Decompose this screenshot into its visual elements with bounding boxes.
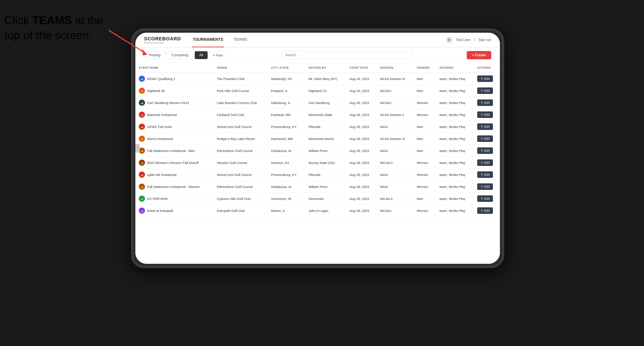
settings-icon[interactable]: ⚙ xyxy=(446,37,452,43)
cell-city-state: Marion, IL xyxy=(268,205,305,217)
table-row: ⛳ UPIKE Fall Invite StoneCrest Golf Cour… xyxy=(135,121,500,133)
cell-event-name: ⛳ Morris Invitational xyxy=(135,133,213,145)
logo-sub: Powered by Clippt xyxy=(144,42,181,44)
edit-button[interactable]: ✎ Edit xyxy=(477,99,493,106)
cell-division: NCAA Division II xyxy=(376,109,413,121)
cell-gender: Women xyxy=(413,181,436,193)
cell-venue: Edmundson Golf Course xyxy=(213,181,268,193)
event-name-text: VU PREVIEW xyxy=(147,197,168,200)
edit-button[interactable]: ✎ Edit xyxy=(477,75,493,82)
edit-button[interactable]: ✎ Edit xyxy=(477,183,493,190)
create-button[interactable]: + Create xyxy=(467,51,491,59)
cell-actions: ✎ Edit xyxy=(474,193,500,205)
cell-gender: Women xyxy=(413,157,436,169)
cell-gender: Women xyxy=(413,205,436,217)
cell-gender: Men xyxy=(413,121,436,133)
edit-button[interactable]: ✎ Edit xyxy=(477,171,493,178)
filter-button[interactable]: ≡ Filter xyxy=(209,51,227,59)
cell-gender: Men xyxy=(413,73,436,85)
edit-button[interactable]: ✎ Edit xyxy=(477,135,493,142)
competing-button[interactable]: Competing xyxy=(167,51,193,59)
cell-start-date: Aug 28, 2023 xyxy=(346,205,376,217)
edit-button[interactable]: ✎ Edit xyxy=(477,159,493,166)
logo-title: SCOREBOARD xyxy=(144,36,181,42)
cell-scoring: team, Stroke Play xyxy=(436,133,474,145)
tab-tournaments[interactable]: TOURNAMENTS xyxy=(192,33,224,47)
cell-city-state: Newburgh, NY xyxy=(268,73,305,85)
cell-division: NAIA xyxy=(376,181,413,193)
cell-event-name: ⛳ Highland 36 xyxy=(135,85,213,97)
cell-start-date: Aug 25, 2023 xyxy=(346,85,376,97)
signout-link[interactable]: Sign out xyxy=(478,38,491,42)
table-row: ⛳ Fall Statesmen Invitational - Men Edmu… xyxy=(135,145,500,157)
tablet-screen: SCOREBOARD Powered by Clippt TOURNAMENTS… xyxy=(135,33,500,264)
cell-venue: Cypress Hills Golf Club xyxy=(213,193,268,205)
edit-button[interactable]: ✎ Edit xyxy=(477,87,493,94)
cell-actions: ✎ Edit xyxy=(474,157,500,169)
cell-start-date: Aug 28, 2023 xyxy=(346,181,376,193)
cell-venue: Ruttger's Bay Lake Resort xyxy=(213,133,268,145)
cell-actions: ✎ Edit xyxy=(474,85,500,97)
cell-venue: StoneCrest Golf Course xyxy=(213,121,268,133)
edit-button[interactable]: ✎ Edit xyxy=(477,147,493,154)
cell-venue: The Powelton Club xyxy=(213,73,268,85)
table-row: ⛳ Maverick Invitational Faribault Golf C… xyxy=(135,109,500,121)
cell-city-state: Prestonsburg, KY xyxy=(268,169,305,181)
cell-actions: ✎ Edit xyxy=(474,169,500,181)
cell-start-date: Aug 24, 2023 xyxy=(346,73,376,85)
cell-event-name: ⛳ upike fall invitational xyxy=(135,169,213,181)
tablet-frame: SCOREBOARD Powered by Clippt TOURNAMENTS… xyxy=(131,28,504,268)
team-icon: ⛳ xyxy=(139,160,145,166)
col-venue: VENUE xyxy=(213,63,268,73)
event-name-text: Morris Invitational xyxy=(147,137,173,141)
cell-hosted-by: William Penn xyxy=(305,181,346,193)
cell-division: NAIA xyxy=(376,169,413,181)
team-icon: ⛳ xyxy=(139,172,145,178)
all-button[interactable]: All xyxy=(195,51,208,59)
cell-event-name: ⛳ UPIKE Fall Invite xyxy=(135,121,213,133)
cell-city-state: Freeport, IL xyxy=(268,85,305,97)
event-name-text: upike fall invitational xyxy=(147,173,176,176)
tab-teams[interactable]: TEAMS xyxy=(233,33,248,47)
edit-button[interactable]: ✎ Edit xyxy=(477,195,493,202)
edit-button[interactable]: ✎ Edit xyxy=(477,207,493,214)
table-row: ⛳ VU PREVIEW Cypress Hills Golf Club Vin… xyxy=(135,193,500,205)
edit-button[interactable]: ✎ Edit xyxy=(477,123,493,130)
sidebar-collapse-arrow[interactable]: › xyxy=(135,144,140,153)
edit-button[interactable]: ✎ Edit xyxy=(477,111,493,118)
cell-actions: ✎ Edit xyxy=(474,73,500,85)
cell-hosted-by: Minnesota-Morris xyxy=(305,133,346,145)
event-name-text: Fall Statesmen Invitational - Men xyxy=(147,149,195,153)
cell-hosted-by: Murray State (OK) xyxy=(305,157,346,169)
cell-city-state: Faribault, MN xyxy=(268,109,305,121)
nav-right: ⚙ Test User | Sign out xyxy=(446,37,491,43)
event-name-text: MSMC Qualifying 1 xyxy=(147,77,175,81)
table-row: ⛳ Fall Statesmen Invitational - Women Ed… xyxy=(135,181,500,193)
cell-hosted-by: Highland CC xyxy=(305,85,346,97)
search-input[interactable] xyxy=(282,51,412,59)
cell-start-date: Aug 28, 2023 xyxy=(346,169,376,181)
cell-hosted-by: Vincennes xyxy=(305,193,346,205)
cell-gender: Men xyxy=(413,133,436,145)
cell-actions: ✎ Edit xyxy=(474,121,500,133)
tournaments-table: EVENT NAME VENUE CITY, STATE HOSTED BY S… xyxy=(135,63,500,217)
col-city-state: CITY, STATE xyxy=(268,63,305,73)
cell-hosted-by: Pikeville xyxy=(305,169,346,181)
cell-hosted-by: Mt. Saint Mary (NY) xyxy=(305,73,346,85)
event-name-text: Highland 36 xyxy=(147,89,164,93)
cell-city-state: Galesburg, IL xyxy=(268,97,305,109)
col-division: DIVISION xyxy=(376,63,413,73)
cell-gender: Women xyxy=(413,169,436,181)
cell-gender: Men xyxy=(413,85,436,97)
cell-division: NICAA II xyxy=(376,193,413,205)
cell-city-state: Oskaloosa, IA xyxy=(268,181,305,193)
cell-start-date: Aug 28, 2023 xyxy=(346,133,376,145)
hosting-button[interactable]: Hosting xyxy=(144,51,165,59)
cell-scoring: team, Stroke Play xyxy=(436,169,474,181)
nav-tabs: TOURNAMENTS TEAMS xyxy=(192,33,248,47)
cell-venue: Faribault Golf Club xyxy=(213,109,268,121)
cell-event-name: ⛳ Maverick Invitational xyxy=(135,109,213,121)
cell-scoring: team, Stroke Play xyxy=(436,205,474,217)
cell-hosted-by: William Penn xyxy=(305,145,346,157)
instruction-text: Click TEAMS at thetop of the screen. xyxy=(4,13,104,42)
